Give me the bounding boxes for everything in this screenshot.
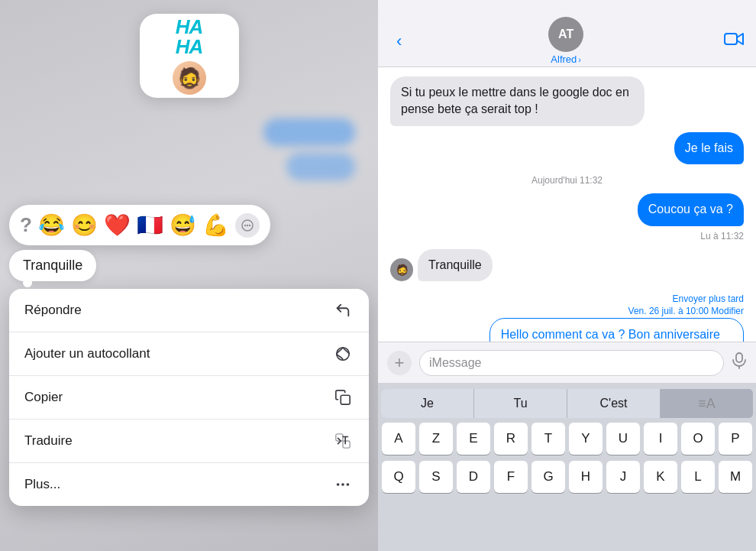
key-a[interactable]: A: [382, 423, 415, 455]
menu-item-sticker[interactable]: Ajouter un autocollant: [9, 332, 369, 376]
tranquille-ctx-bubble: Tranquille: [9, 250, 96, 281]
scheduled-text: Hello comment ca va ? Bon anniversaire m…: [501, 328, 720, 342]
menu-item-translate[interactable]: Traduire: [9, 420, 369, 463]
svg-point-10: [347, 483, 350, 486]
suggestion-special-text: ≡A: [698, 396, 716, 412]
suggestion-tu-text: Tu: [513, 397, 527, 410]
tranquille-bubble: Tranquille: [418, 249, 493, 281]
timestamp-text-1: Aujourd'hui 11:32: [531, 175, 603, 186]
svg-rect-11: [725, 34, 737, 44]
menu-copy-label: Copier: [24, 390, 63, 405]
sticker-icon: [332, 343, 354, 365]
read-status-text: Lu à 11:32: [700, 231, 744, 241]
copy-icon: [332, 387, 354, 408]
avatar-initials: AT: [558, 28, 573, 41]
key-h[interactable]: H: [569, 461, 603, 493]
menu-reply-label: Répondre: [24, 303, 82, 318]
message-row: Je le fais: [390, 132, 744, 164]
scheduled-time-label: Ven. 26 juil. à 10:00 Modifier: [390, 306, 744, 316]
keyboard-row-2: Q S D F G H J K L M: [381, 461, 753, 493]
context-menu: Répondre Ajouter un autocollant: [9, 289, 369, 506]
mic-button[interactable]: [732, 352, 747, 373]
key-r[interactable]: R: [494, 423, 528, 455]
context-menu-area: ? 😂 😊 ❤️ 🇫🇷 😅 💪 Tranquille Répondre: [9, 205, 369, 506]
key-o[interactable]: O: [681, 423, 715, 455]
contact-name-row[interactable]: Alfred ›: [551, 53, 581, 65]
reaction-flag[interactable]: 🇫🇷: [137, 212, 163, 238]
suggestion-tu[interactable]: Tu: [474, 389, 567, 418]
tranquille-text: Tranquille: [428, 258, 482, 271]
haha-text: HAHA: [176, 17, 203, 57]
key-i[interactable]: I: [644, 423, 677, 455]
avatar[interactable]: AT: [548, 17, 583, 52]
keyboard: Je Tu C'est ≡A A Z E R T Y U I O: [378, 383, 756, 551]
scheduled-section: Envoyer plus tard Ven. 26 juil. à 10:00 …: [390, 293, 744, 342]
bg-bubble-2: [286, 153, 355, 180]
reaction-sweat[interactable]: 😅: [170, 212, 196, 238]
key-e[interactable]: E: [457, 423, 490, 455]
key-p[interactable]: P: [719, 423, 752, 455]
add-icon: +: [395, 353, 405, 373]
read-status: Lu à 11:32: [390, 231, 744, 241]
message-row: Si tu peux le mettre dans le google doc …: [390, 76, 744, 126]
imessage-input[interactable]: iMessage: [419, 350, 724, 376]
menu-item-more[interactable]: Plus...: [9, 463, 369, 506]
svg-point-2: [247, 224, 248, 225]
key-s[interactable]: S: [419, 461, 453, 493]
suggestion-special[interactable]: ≡A: [661, 389, 753, 418]
incoming-bubble-1: Si tu peux le mettre dans le google doc …: [390, 76, 645, 126]
incoming-text-1: Si tu peux le mettre dans le google doc …: [401, 86, 629, 115]
key-m[interactable]: M: [719, 461, 752, 493]
svg-rect-12: [736, 353, 742, 362]
suggestion-je[interactable]: Je: [381, 389, 474, 418]
keyboard-row-1: A Z E R T Y U I O P: [381, 423, 753, 455]
contact-name-text: Alfred: [551, 53, 577, 65]
add-button[interactable]: +: [387, 351, 412, 375]
svg-point-4: [337, 348, 350, 361]
menu-more-label: Plus...: [24, 477, 60, 492]
key-f[interactable]: F: [494, 461, 528, 493]
keyboard-suggestions: Je Tu C'est ≡A: [381, 389, 753, 418]
translate-icon: [332, 430, 354, 452]
haha-sticker-bubble: HAHA 🧔: [140, 14, 239, 98]
video-call-button[interactable]: [724, 31, 744, 50]
input-bar: + iMessage: [378, 342, 756, 383]
back-button[interactable]: ‹: [390, 25, 408, 57]
key-d[interactable]: D: [457, 461, 490, 493]
svg-point-3: [249, 224, 250, 225]
tranquille-row: 🧔 Tranquille: [390, 249, 744, 281]
outgoing-bubble-2: Coucou ça va ?: [638, 193, 744, 225]
memoji-face: 🧔: [173, 61, 206, 95]
key-k[interactable]: K: [644, 461, 677, 493]
reply-icon: [332, 300, 354, 321]
outgoing-text-2: Coucou ça va ?: [648, 203, 733, 216]
key-y[interactable]: Y: [569, 423, 603, 455]
key-j[interactable]: J: [606, 461, 640, 493]
outgoing-bubble-1: Je le fais: [674, 132, 744, 164]
svg-point-8: [337, 483, 340, 486]
reaction-smile[interactable]: 😊: [71, 212, 98, 238]
scheduled-time-text: Ven. 26 juil. à 10:00: [628, 306, 712, 316]
outgoing-text-1: Je le fais: [685, 141, 733, 154]
key-q[interactable]: Q: [382, 461, 415, 493]
key-u[interactable]: U: [606, 423, 640, 455]
right-panel: ‹ AT Alfred › Si tu peux le mettre dans …: [378, 0, 756, 551]
scheduled-label: Envoyer plus tard: [390, 293, 744, 304]
reaction-question[interactable]: ?: [20, 213, 32, 237]
key-t[interactable]: T: [531, 423, 565, 455]
chat-header: ‹ AT Alfred ›: [378, 0, 756, 67]
modifier-button[interactable]: Modifier: [711, 306, 744, 316]
key-z[interactable]: Z: [419, 423, 453, 455]
reaction-more-button[interactable]: [235, 213, 260, 238]
reaction-muscle[interactable]: 💪: [202, 212, 229, 238]
svg-point-9: [341, 483, 344, 486]
key-l[interactable]: L: [681, 461, 715, 493]
small-avatar: 🧔: [390, 258, 413, 281]
menu-item-copy[interactable]: Copier: [9, 376, 369, 420]
suggestion-cest[interactable]: C'est: [567, 389, 661, 418]
menu-item-reply[interactable]: Répondre: [9, 289, 369, 332]
key-g[interactable]: G: [531, 461, 565, 493]
reaction-laugh[interactable]: 😂: [38, 212, 65, 238]
reaction-heart[interactable]: ❤️: [104, 212, 131, 238]
messages-area: Si tu peux le mettre dans le google doc …: [378, 67, 756, 342]
